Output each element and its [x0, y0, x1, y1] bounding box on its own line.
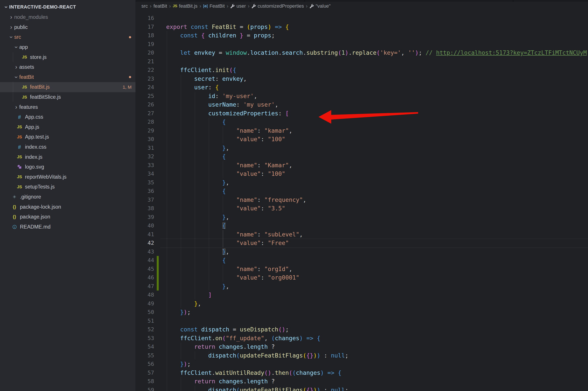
code-line-50[interactable]: 50 });	[136, 308, 588, 317]
code-line-45[interactable]: 45 "name": "orgId",	[136, 265, 588, 274]
line-number[interactable]: 19	[136, 40, 154, 49]
code-line-43[interactable]: 43 },	[136, 247, 588, 256]
code-line-44[interactable]: 44 {	[136, 256, 588, 265]
code-line-26[interactable]: 26 userName: 'my user',	[136, 100, 588, 109]
code-line-25[interactable]: 25 id: 'my-user',	[136, 92, 588, 100]
line-number[interactable]: 33	[136, 161, 154, 170]
explorer-item-featBitSlice.js[interactable]: JSfeatBitSlice.js	[0, 92, 135, 102]
code-line-31[interactable]: 31 },	[136, 144, 588, 152]
breadcrumb-item-src[interactable]: src	[141, 3, 148, 9]
line-number[interactable]: 54	[136, 342, 154, 351]
line-number[interactable]: 23	[136, 74, 154, 83]
explorer-item-assets[interactable]: ›assets	[0, 62, 135, 72]
line-number[interactable]: 31	[136, 144, 154, 152]
breadcrumb-item-FeatBit[interactable]: FeatBit	[203, 3, 225, 9]
code-line-17[interactable]: 17export const FeatBit = (props) => {	[136, 22, 588, 31]
line-number[interactable]: 16	[136, 14, 154, 22]
explorer-item-reportWebVitals.js[interactable]: JSreportWebVitals.js	[0, 172, 135, 182]
code-line-59[interactable]: 59 dispatch(updateFeatBitFlags({})) : nu…	[136, 386, 588, 391]
code-line-48[interactable]: 48 ]	[136, 291, 588, 299]
explorer-item-node_modules[interactable]: ›node_modules	[0, 12, 135, 22]
line-number[interactable]: 25	[136, 92, 154, 100]
code-line-55[interactable]: 55 dispatch(updateFeatBitFlags({})) : nu…	[136, 351, 588, 360]
line-number[interactable]: 30	[136, 135, 154, 144]
line-number[interactable]: 32	[136, 152, 154, 161]
code-line-53[interactable]: 53 ffcClient.on("ff_update", (changes) =…	[136, 334, 588, 343]
line-number[interactable]: 47	[136, 282, 154, 291]
code-line-22[interactable]: 22 ffcClient.init({	[136, 66, 588, 74]
line-number[interactable]: 29	[136, 126, 154, 135]
code-line-30[interactable]: 30 "value": "100"	[136, 135, 588, 144]
line-number[interactable]: 43	[136, 247, 154, 256]
code-line-39[interactable]: 39 },	[136, 213, 588, 221]
code-line-57[interactable]: 57 ffcClient.waitUntilReady().then((chan…	[136, 369, 588, 377]
line-number[interactable]: 26	[136, 100, 154, 109]
code-line-56[interactable]: 56 });	[136, 360, 588, 369]
code-line-52[interactable]: 52 const dispatch = useDispatch();	[136, 325, 588, 334]
line-number[interactable]: 42	[136, 239, 154, 247]
code-line-24[interactable]: 24 user: {	[136, 83, 588, 92]
breadcrumb-item-customizedProperties[interactable]: customizedProperties	[252, 3, 304, 9]
code-area[interactable]: 1617export const FeatBit = (props) => {1…	[136, 10, 588, 391]
line-number[interactable]: 37	[136, 196, 154, 204]
line-number[interactable]: 56	[136, 360, 154, 369]
code-line-21[interactable]: 21	[136, 57, 588, 66]
explorer-root-folder[interactable]: › INTERACTIVE-DEMO-REACT	[0, 2, 135, 12]
line-number[interactable]: 24	[136, 83, 154, 92]
line-number[interactable]: 22	[136, 66, 154, 74]
line-number[interactable]: 58	[136, 377, 154, 386]
code-line-19[interactable]: 19	[136, 40, 588, 49]
line-number[interactable]: 48	[136, 291, 154, 299]
explorer-item-.gitignore[interactable]: .gitignore	[0, 192, 135, 202]
breadcrumb-item-featBit.js[interactable]: JSfeatBit.js	[173, 3, 197, 9]
line-number[interactable]: 39	[136, 213, 154, 221]
line-number[interactable]: 36	[136, 187, 154, 196]
code-line-34[interactable]: 34 "value": "100"	[136, 170, 588, 178]
line-number[interactable]: 35	[136, 178, 154, 187]
explorer-item-src[interactable]: ›src	[0, 32, 135, 42]
code-line-18[interactable]: 18 const { children } = props;	[136, 31, 588, 40]
breadcrumb-item-user[interactable]: user	[230, 3, 246, 9]
code-line-16[interactable]: 16	[136, 14, 588, 22]
line-number[interactable]: 51	[136, 317, 154, 325]
explorer-item-App.test.js[interactable]: JSApp.test.js	[0, 132, 135, 142]
code-line-54[interactable]: 54 return changes.length ?	[136, 342, 588, 351]
line-number[interactable]: 46	[136, 273, 154, 282]
line-number[interactable]: 41	[136, 230, 154, 239]
explorer-item-App.css[interactable]: #App.css	[0, 112, 135, 122]
line-number[interactable]: 27	[136, 109, 154, 118]
line-number[interactable]: 59	[136, 386, 154, 391]
line-number[interactable]: 18	[136, 31, 154, 40]
line-number[interactable]: 20	[136, 48, 154, 57]
line-number[interactable]: 40	[136, 221, 154, 230]
explorer-item-store.js[interactable]: JSstore.js	[0, 52, 135, 62]
code-line-37[interactable]: 37 "name": "frequency",	[136, 196, 588, 204]
line-number[interactable]: 55	[136, 351, 154, 360]
line-number[interactable]: 17	[136, 22, 154, 31]
code-line-20[interactable]: 20 let envkey = window.location.search.s…	[136, 48, 588, 57]
explorer-item-public[interactable]: ›public	[0, 22, 135, 32]
code-line-27[interactable]: 27 customizedProperties: [	[136, 109, 588, 118]
code-line-41[interactable]: 41 "name": "subLevel",	[136, 230, 588, 239]
line-number[interactable]: 34	[136, 170, 154, 178]
code-line-38[interactable]: 38 "value": "3.5"	[136, 204, 588, 213]
line-number[interactable]: 53	[136, 334, 154, 343]
explorer-item-features[interactable]: ›features	[0, 102, 135, 112]
code-line-47[interactable]: 47 },	[136, 282, 588, 291]
explorer-item-index.js[interactable]: JSindex.js	[0, 152, 135, 162]
explorer-item-logo.svg[interactable]: logo.svg	[0, 162, 135, 172]
code-line-46[interactable]: 46 "value": "org0001"	[136, 273, 588, 282]
breadcrumb-item-value[interactable]: "value"	[309, 3, 331, 9]
line-number[interactable]: 28	[136, 117, 154, 126]
explorer-item-README.md[interactable]: README.md	[0, 222, 135, 232]
explorer-item-package.json[interactable]: {}package.json	[0, 212, 135, 222]
code-line-49[interactable]: 49 },	[136, 299, 588, 308]
line-number[interactable]: 50	[136, 308, 154, 317]
explorer-item-app[interactable]: ›app	[0, 42, 135, 52]
explorer-item-featBit.js[interactable]: JSfeatBit.js1, M	[0, 82, 135, 92]
explorer-item-package-lock.json[interactable]: {}package-lock.json	[0, 202, 135, 212]
code-line-40[interactable]: 40 {	[136, 221, 588, 230]
code-line-33[interactable]: 33 "name": "Kamar",	[136, 161, 588, 170]
line-number[interactable]: 49	[136, 299, 154, 308]
explorer-item-index.css[interactable]: #index.css	[0, 142, 135, 152]
